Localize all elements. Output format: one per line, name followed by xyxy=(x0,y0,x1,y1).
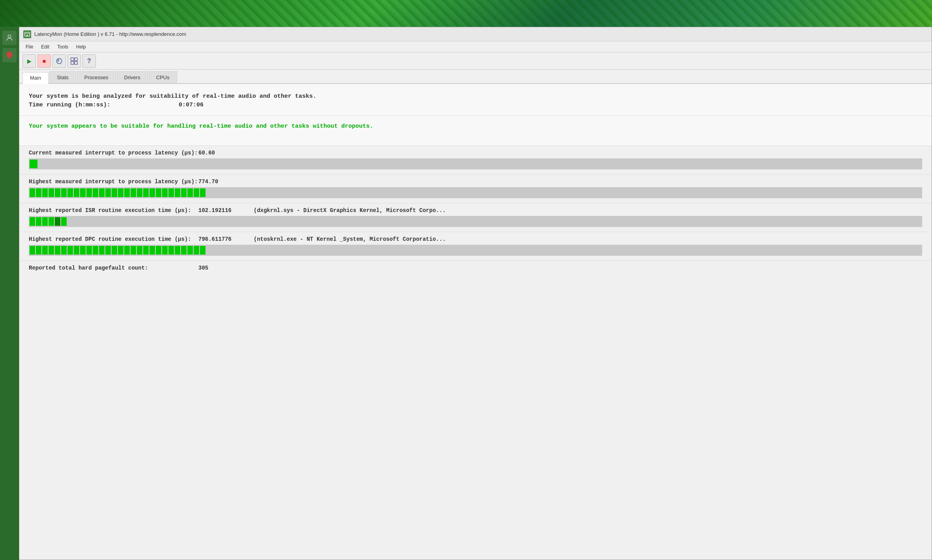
bar-isr-time xyxy=(29,216,922,227)
good-status-section: Your system appears to be suitable for h… xyxy=(19,116,932,146)
window-title: LatencyMon (Home Edition ) v 6.71 - http… xyxy=(34,31,186,37)
monitor-button[interactable] xyxy=(67,54,81,68)
good-status-text: Your system appears to be suitable for h… xyxy=(29,123,922,130)
metric-dpc-time: Highest reported DPC routine execution t… xyxy=(19,232,932,261)
svg-rect-6 xyxy=(75,58,78,61)
tab-drivers[interactable]: Drivers xyxy=(117,71,148,83)
svg-rect-8 xyxy=(75,61,78,64)
metric-1-label: Current measured interrupt to process la… xyxy=(29,150,198,156)
status-line1: Your system is being analyzed for suitab… xyxy=(29,91,922,102)
metric-4-detail: (ntoskrnl.exe - NT Kernel _System, Micro… xyxy=(254,236,446,242)
content-area: Your system is being analyzed for suitab… xyxy=(19,84,932,280)
title-bar: LatencyMon (Home Edition ) v 6.71 - http… xyxy=(19,27,932,41)
toolbar: ▶ ■ ? xyxy=(19,52,932,70)
menu-file[interactable]: File xyxy=(22,43,36,50)
metric-5-label: Reported total hard pagefault count: xyxy=(29,265,198,271)
bar-current-latency xyxy=(30,160,37,168)
game-background xyxy=(0,0,932,27)
bar-highest-latency xyxy=(29,187,922,198)
help-button[interactable]: ? xyxy=(82,54,96,68)
metric-5-value: 305 xyxy=(198,265,254,271)
metric-1-value: 60.60 xyxy=(198,150,254,156)
metric-current-latency: Current measured interrupt to process la… xyxy=(19,146,932,175)
svg-point-0 xyxy=(8,35,11,38)
metric-4-value: 796.611776 xyxy=(198,236,254,242)
metric-2-label: Highest measured interrupt to process la… xyxy=(29,179,198,185)
metric-3-detail: (dxgkrnl.sys - DirectX Graphics Kernel, … xyxy=(254,207,446,214)
main-window: LatencyMon (Home Edition ) v 6.71 - http… xyxy=(19,27,932,560)
metric-3-label: Highest reported ISR routine execution t… xyxy=(29,207,198,214)
time-row: Time running (h:mm:ss): 0:07:06 xyxy=(29,102,922,108)
stop-button[interactable]: ■ xyxy=(37,54,51,68)
tab-stats[interactable]: Stats xyxy=(49,71,76,83)
menu-help[interactable]: Help xyxy=(73,43,89,50)
metric-pagefault: Reported total hard pagefault count: 305 xyxy=(19,261,932,280)
metric-isr-time: Highest reported ISR routine execution t… xyxy=(19,203,932,232)
svg-rect-7 xyxy=(71,61,74,64)
tab-main[interactable]: Main xyxy=(22,72,49,84)
sidebar-icon-1[interactable] xyxy=(2,31,17,45)
app-icon xyxy=(23,30,31,38)
time-label: Time running (h:mm:ss): xyxy=(29,102,179,108)
menu-edit[interactable]: Edit xyxy=(38,43,52,50)
tab-bar: Main Stats Processes Drivers CPUs xyxy=(19,70,932,84)
refresh-button[interactable] xyxy=(52,54,66,68)
time-value: 0:07:06 xyxy=(179,102,204,108)
menu-bar: File Edit Tools Help xyxy=(19,41,932,52)
play-button[interactable]: ▶ xyxy=(22,54,36,68)
metric-highest-latency: Highest measured interrupt to process la… xyxy=(19,175,932,203)
bar-dpc-time xyxy=(29,245,922,256)
metric-2-value: 774.70 xyxy=(198,179,254,185)
svg-rect-5 xyxy=(71,58,74,61)
metrics-section: Current measured interrupt to process la… xyxy=(19,146,932,280)
metric-3-value: 102.192116 xyxy=(198,207,254,214)
tab-cpus[interactable]: CPUs xyxy=(149,71,177,83)
svg-point-3 xyxy=(26,34,28,35)
sidebar xyxy=(0,27,19,560)
sidebar-icon-2[interactable] xyxy=(2,48,17,62)
tab-processes[interactable]: Processes xyxy=(77,71,116,83)
metric-4-label: Highest reported DPC routine execution t… xyxy=(29,236,198,242)
menu-tools[interactable]: Tools xyxy=(54,43,71,50)
status-section: Your system is being analyzed for suitab… xyxy=(19,84,932,116)
